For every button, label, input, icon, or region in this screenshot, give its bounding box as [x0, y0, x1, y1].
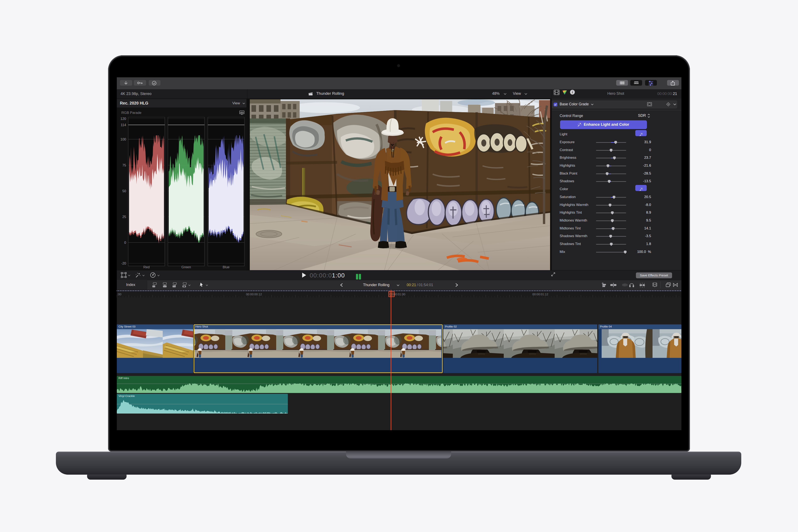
svg-text:0: 0	[124, 241, 126, 244]
svg-text:Blue: Blue	[223, 265, 229, 269]
svg-text:50: 50	[122, 189, 126, 193]
svg-text:25: 25	[122, 215, 126, 218]
svg-text:114: 114	[121, 123, 126, 127]
svg-text:100: 100	[120, 137, 126, 141]
svg-text:Red: Red	[144, 265, 150, 269]
svg-text:i: i	[572, 90, 573, 94]
svg-text:120: 120	[120, 117, 126, 120]
svg-text:75: 75	[122, 163, 126, 167]
svg-text:Green: Green	[182, 265, 191, 269]
svg-text:-20: -20	[121, 262, 126, 265]
